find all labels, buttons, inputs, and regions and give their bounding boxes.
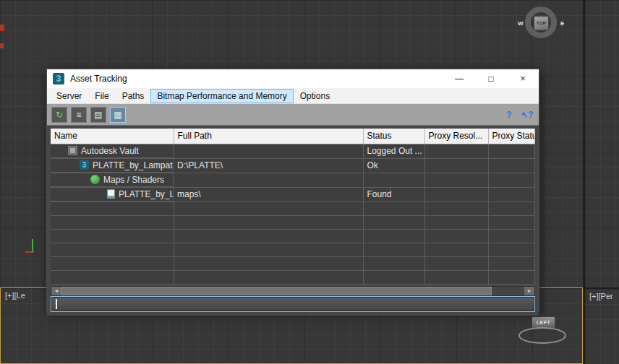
dialog-client-area: Name Full Path Status Proxy Resol... Pro…: [47, 126, 539, 316]
column-header-proxy-resolution[interactable]: Proxy Resol...: [424, 129, 488, 144]
asset-status[interactable]: [363, 173, 424, 187]
viewcube-top-face[interactable]: TOP: [534, 16, 549, 30]
viewcube-orbit-ring-icon: [518, 327, 566, 344]
maximize-button[interactable]: □: [475, 69, 507, 88]
table-row[interactable]: Autodesk Vault Logged Out ...: [51, 144, 535, 158]
dialog-title: Asset Tracking: [70, 74, 443, 84]
close-button[interactable]: ×: [507, 69, 539, 88]
viewport-edge-marker: [0, 43, 4, 48]
summary-list-icon[interactable]: ≡: [71, 107, 87, 123]
scroll-left-icon[interactable]: ◄: [51, 287, 61, 295]
viewport-label-perspective[interactable]: [+][Per: [589, 292, 613, 300]
asset-full-path[interactable]: [174, 173, 363, 187]
max-scene-icon: 3: [80, 160, 89, 170]
table-row-empty[interactable]: [51, 243, 535, 256]
vault-icon: [68, 146, 77, 155]
compass-east-label: E: [560, 20, 564, 27]
table-row-empty[interactable]: [51, 202, 535, 215]
asset-table: Name Full Path Status Proxy Resol... Pro…: [51, 129, 535, 285]
scrollbar-thumb[interactable]: [61, 287, 492, 295]
prompt-input[interactable]: [51, 296, 535, 312]
compass-south-label: S: [539, 39, 542, 46]
column-header-full-path[interactable]: Full Path: [174, 129, 363, 144]
column-header-proxy-status[interactable]: Proxy Statu...: [488, 129, 535, 144]
table-header-row: Name Full Path Status Proxy Resol... Pro…: [51, 129, 535, 144]
compass-west-label: W: [518, 20, 524, 27]
asset-tracking-dialog: 3 Asset Tracking — □ × Server File Paths…: [46, 69, 539, 312]
asset-full-path[interactable]: D:\PLATTE\: [174, 158, 363, 173]
viewcube-compass[interactable]: N S W E TOP: [515, 1, 567, 49]
scroll-right-icon[interactable]: ►: [524, 287, 534, 295]
text-caret: [56, 299, 57, 309]
path-editor-icon[interactable]: ▤: [90, 107, 106, 123]
compass-north-label: N: [539, 2, 543, 9]
asset-name: PLATTE_by_Lampatr...: [93, 160, 174, 170]
bitmap-icon: [107, 189, 115, 199]
asset-name: Maps / Shaders: [103, 175, 164, 185]
menu-options[interactable]: Options: [294, 89, 336, 103]
viewport-label-left[interactable]: [+][Le: [5, 291, 25, 300]
column-header-status[interactable]: Status: [363, 129, 424, 144]
asset-name: PLATTE_by_La...: [119, 189, 174, 199]
table-row-empty[interactable]: [51, 256, 535, 270]
horizontal-scrollbar[interactable]: ◄ ►: [51, 286, 535, 296]
menu-file[interactable]: File: [88, 89, 115, 103]
table-view-icon[interactable]: ▦: [110, 107, 126, 123]
viewport-bottom-right[interactable]: [+][Per: [583, 287, 619, 364]
asset-full-path[interactable]: [174, 144, 363, 158]
menu-bitmap-performance[interactable]: Bitmap Performance and Memory: [150, 89, 293, 103]
menu-server[interactable]: Server: [50, 89, 88, 103]
table-row[interactable]: Maps / Shaders: [51, 173, 535, 187]
axis-tripod-icon: [25, 235, 42, 257]
asset-name: Autodesk Vault: [81, 146, 139, 156]
maps-shaders-icon: [90, 175, 100, 184]
asset-status[interactable]: Ok: [363, 158, 424, 173]
dialog-menubar: Server File Paths Bitmap Performance and…: [47, 88, 539, 104]
asset-status[interactable]: Logged Out ...: [363, 144, 424, 158]
table-row-empty[interactable]: [51, 270, 535, 284]
minimize-button[interactable]: —: [443, 69, 475, 88]
viewport-edge-marker: [0, 25, 4, 31]
table-row[interactable]: PLATTE_by_La... maps\ Found: [51, 187, 535, 202]
menu-paths[interactable]: Paths: [116, 89, 151, 103]
column-header-name[interactable]: Name: [51, 129, 174, 144]
table-row-empty[interactable]: [51, 215, 535, 229]
asset-status[interactable]: Found: [363, 187, 424, 202]
viewport-top-right[interactable]: [583, 0, 619, 287]
dialog-titlebar[interactable]: 3 Asset Tracking — □ ×: [47, 69, 539, 88]
asset-full-path[interactable]: maps\: [174, 187, 363, 202]
3ds-max-logo-icon: 3: [53, 73, 64, 84]
scrollbar-track[interactable]: [61, 287, 524, 295]
help-icon[interactable]: ?: [502, 107, 516, 123]
context-help-icon[interactable]: ↖?: [520, 107, 534, 123]
dialog-toolbar: ↻ ≡ ▤ ▦ ? ↖?: [47, 104, 539, 126]
table-row[interactable]: 3 PLATTE_by_Lampatr... D:\PLATTE\ Ok: [51, 158, 535, 173]
refresh-icon[interactable]: ↻: [51, 107, 67, 123]
table-row-empty[interactable]: [51, 229, 535, 243]
